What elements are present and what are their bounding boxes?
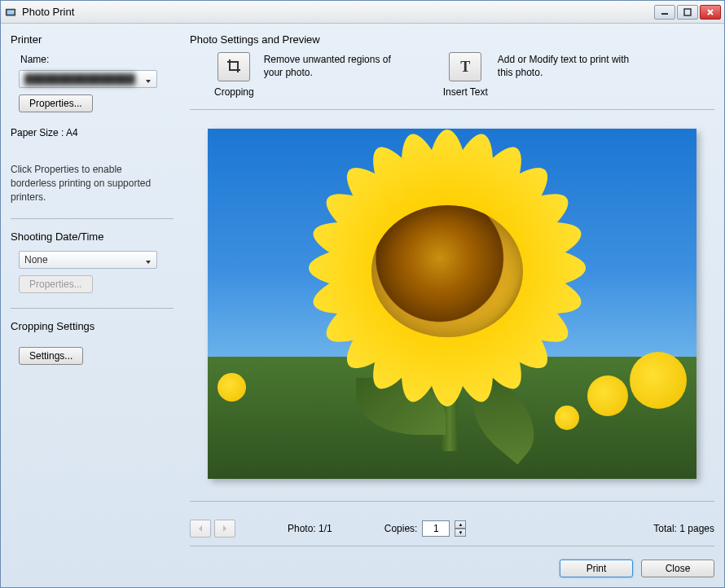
content: Printer Name: ████████████████ Propertie… — [1, 24, 724, 587]
maximize-button[interactable] — [677, 5, 698, 20]
cropping-settings-button[interactable]: Settings... — [19, 347, 83, 365]
chevron-down-icon — [145, 76, 152, 82]
cropping-desc: Remove unwanted regions of your photo. — [264, 52, 411, 79]
minimize-button[interactable] — [654, 5, 675, 20]
copies-up-button[interactable]: ▲ — [455, 520, 466, 529]
divider — [190, 546, 714, 546]
svg-point-2 — [13, 11, 15, 12]
photo-preview — [208, 129, 696, 479]
printer-properties-button[interactable]: Properties... — [19, 94, 93, 112]
nav-row: Photo: 1/1 Copies: ▲ ▼ Total: 1 pages — [190, 520, 714, 538]
divider — [11, 308, 174, 309]
total-value: 1 pages — [679, 523, 714, 534]
close-window-button[interactable] — [700, 5, 721, 20]
window-root: Photo Print Printer Name: ██████████████… — [0, 0, 725, 588]
right-panel: Photo Settings and Preview Cropping Remo… — [190, 33, 714, 577]
insert-text-button[interactable]: T — [449, 52, 481, 81]
insert-text-label: Insert Text — [443, 86, 488, 98]
cropping-tool: Cropping Remove unwanted regions of your… — [214, 52, 411, 98]
total-pages: Total: 1 pages — [653, 523, 714, 534]
printer-name-dropdown[interactable]: ████████████████ — [19, 70, 157, 88]
insert-text-tool: T Insert Text Add or Modify text to prin… — [443, 52, 644, 98]
photo-value: 1/1 — [319, 523, 332, 534]
window-title: Photo Print — [22, 6, 652, 18]
photo-counter: Photo: 1/1 — [288, 523, 332, 534]
preview-container — [190, 118, 714, 489]
insert-text-desc: Add or Modify text to print with this ph… — [498, 52, 644, 79]
footer: Print Close — [190, 559, 714, 577]
copies-group: Copies: ▲ ▼ — [384, 520, 467, 537]
close-button[interactable]: Close — [641, 559, 714, 577]
printer-name-value: ████████████████ — [24, 73, 145, 85]
preview-header: Photo Settings and Preview — [190, 33, 714, 46]
shooting-section-title: Shooting Date/Time — [11, 230, 174, 243]
copies-spinner: ▲ ▼ — [455, 520, 466, 537]
printer-name-label: Name: — [11, 54, 174, 65]
cropping-button[interactable] — [218, 52, 250, 81]
photo-label: Photo: — [288, 523, 316, 534]
next-photo-button[interactable] — [214, 520, 235, 538]
divider — [190, 109, 714, 110]
svg-rect-1 — [7, 10, 15, 14]
tool-row: Cropping Remove unwanted regions of your… — [214, 52, 714, 98]
paper-size-label: Paper Size : — [11, 127, 64, 138]
borderless-hint: Click Properties to enable borderless pr… — [11, 163, 165, 204]
paper-size-row: Paper Size : A4 — [11, 127, 174, 138]
printer-section-title: Printer — [11, 33, 174, 46]
text-icon: T — [460, 59, 470, 76]
svg-rect-4 — [684, 9, 691, 15]
divider — [190, 501, 714, 502]
divider — [11, 218, 174, 219]
total-label: Total: — [653, 523, 677, 534]
cropping-label: Cropping — [214, 86, 254, 98]
copies-input[interactable] — [422, 520, 450, 537]
cropping-section-title: Cropping Settings — [11, 320, 174, 332]
paper-size-value: A4 — [66, 127, 78, 138]
shooting-date-dropdown[interactable]: None — [19, 251, 157, 269]
copies-down-button[interactable]: ▼ — [455, 529, 466, 537]
prev-photo-button[interactable] — [190, 520, 211, 538]
left-panel: Printer Name: ████████████████ Propertie… — [11, 33, 174, 577]
chevron-down-icon — [145, 257, 152, 263]
shooting-properties-button: Properties... — [19, 275, 93, 293]
crop-icon — [226, 58, 242, 77]
shooting-date-value: None — [24, 254, 145, 265]
titlebar: Photo Print — [1, 1, 724, 24]
print-button[interactable]: Print — [560, 559, 633, 577]
app-icon — [4, 6, 17, 19]
copies-label: Copies: — [384, 523, 418, 534]
